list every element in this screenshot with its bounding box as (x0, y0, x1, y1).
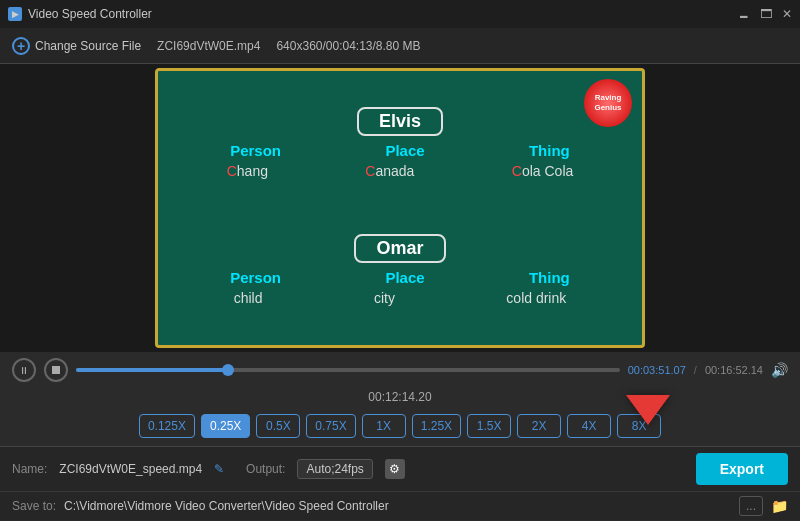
speed-button-4X[interactable]: 4X (567, 414, 611, 438)
bottom-bar: Name: ZCI69dVtW0E_speed.mp4 ✎ Output: Au… (0, 446, 800, 491)
progress-fill (76, 368, 228, 372)
file-name: ZCI69dVtW0E.mp4 (157, 39, 260, 53)
speed-button-1_25X[interactable]: 1.25X (412, 414, 461, 438)
speed-button-1X[interactable]: 1X (362, 414, 406, 438)
progress-bar[interactable] (76, 360, 620, 380)
elvis-place-value: Canada (365, 163, 414, 179)
time-current: 00:03:51.07 (628, 364, 686, 376)
output-value: Auto;24fps (297, 459, 372, 479)
omar-values-row: child city cold drink (178, 290, 622, 306)
progress-thumb (222, 364, 234, 376)
elvis-person-label: Person (230, 142, 281, 159)
controls-bar: ⏸ 00:03:51.07 / 00:16:52.14 🔊 (0, 352, 800, 388)
folder-icon[interactable]: 📁 (771, 498, 788, 514)
volume-icon[interactable]: 🔊 (771, 362, 788, 378)
video-logo: Raving Genius (584, 79, 632, 127)
time-display: 00:12:14.20 (0, 388, 800, 406)
stop-button[interactable] (44, 358, 68, 382)
elvis-values-row: Chang Canada Cola Cola (178, 163, 622, 179)
speed-button-0_75X[interactable]: 0.75X (306, 414, 355, 438)
title-bar: ▶ Video Speed Controller 🗕 🗖 ✕ (0, 0, 800, 28)
speed-button-0_5X[interactable]: 0.5X (256, 414, 300, 438)
elvis-section: Elvis Person Place Thing Chang Canada Co… (178, 107, 622, 183)
down-arrow-icon (626, 395, 670, 425)
video-frame: Raving Genius Elvis Person Place Thing C… (155, 68, 645, 348)
omar-section: Omar Person Place Thing child city cold … (178, 234, 622, 310)
omar-thing-value: cold drink (506, 290, 566, 306)
speed-button-0_125X[interactable]: 0.125X (139, 414, 195, 438)
bottom-area: Name: ZCI69dVtW0E_speed.mp4 ✎ Output: Au… (0, 446, 800, 520)
arrow-container (626, 395, 670, 425)
output-label: Output: (246, 462, 285, 476)
omar-category-row: Person Place Thing (178, 269, 622, 286)
settings-icon[interactable]: ⚙ (385, 459, 405, 479)
elvis-category-row: Person Place Thing (178, 142, 622, 159)
speed-bar: 0.125X0.25X0.5X0.75X1X1.25X1.5X2X4X8X (0, 406, 800, 446)
maximize-button[interactable]: 🗖 (760, 7, 772, 21)
speed-button-1_5X[interactable]: 1.5X (467, 414, 511, 438)
change-source-label: Change Source File (35, 39, 141, 53)
title-bar-controls[interactable]: 🗕 🗖 ✕ (738, 7, 792, 21)
app-icon: ▶ (8, 7, 22, 21)
app-title: Video Speed Controller (28, 7, 152, 21)
elvis-name-box: Elvis (357, 107, 443, 136)
speed-button-0_25X[interactable]: 0.25X (201, 414, 250, 438)
save-label: Save to: (12, 499, 56, 513)
elvis-thing-value: Cola Cola (512, 163, 574, 179)
title-bar-left: ▶ Video Speed Controller (8, 7, 152, 21)
video-container: Raving Genius Elvis Person Place Thing C… (0, 64, 800, 352)
elvis-person-value: Chang (227, 163, 268, 179)
name-value: ZCI69dVtW0E_speed.mp4 (59, 462, 202, 476)
logo-circle: Raving Genius (584, 79, 632, 127)
export-button[interactable]: Export (696, 453, 788, 485)
elvis-place-label: Place (385, 142, 424, 159)
name-label: Name: (12, 462, 47, 476)
omar-name-box: Omar (354, 234, 445, 263)
omar-place-value: city (374, 290, 395, 306)
speed-button-2X[interactable]: 2X (517, 414, 561, 438)
plus-icon: + (12, 37, 30, 55)
change-source-button[interactable]: + Change Source File (12, 37, 141, 55)
browse-button[interactable]: ... (739, 496, 763, 516)
progress-track (76, 368, 620, 372)
edit-icon[interactable]: ✎ (214, 462, 224, 476)
save-bar: Save to: C:\Vidmore\Vidmore Video Conver… (0, 491, 800, 520)
time-total: 00:16:52.14 (705, 364, 763, 376)
time-divider: / (694, 364, 697, 376)
file-meta: 640x360/00:04:13/8.80 MB (276, 39, 420, 53)
elvis-thing-label: Thing (529, 142, 570, 159)
omar-thing-label: Thing (529, 269, 570, 286)
omar-person-label: Person (230, 269, 281, 286)
top-bar: + Change Source File ZCI69dVtW0E.mp4 640… (0, 28, 800, 64)
pause-button[interactable]: ⏸ (12, 358, 36, 382)
omar-place-label: Place (385, 269, 424, 286)
save-path: C:\Vidmore\Vidmore Video Converter\Video… (64, 499, 389, 513)
omar-person-value: child (234, 290, 263, 306)
minimize-button[interactable]: 🗕 (738, 7, 750, 21)
close-button[interactable]: ✕ (782, 7, 792, 21)
